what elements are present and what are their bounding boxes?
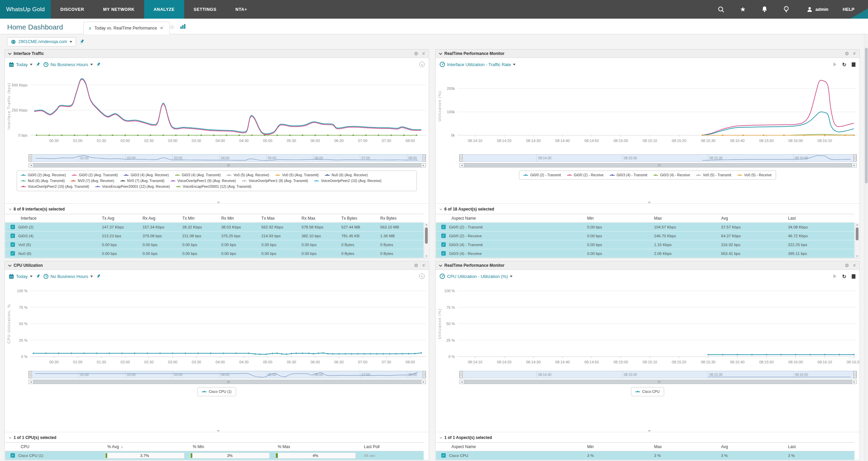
cpu-utilization-chart[interactable]: 100 %75 %50 %25 %0 %00:3001:0001:3002:00… — [5, 283, 429, 368]
section-divider[interactable] — [436, 432, 860, 432]
legend-item[interactable]: Vo0 (5) (Avg. Receive) — [227, 172, 269, 178]
table-row[interactable]: ✓Gi0/0 (2) - Transmit0.00 bps104.57 Kbps… — [436, 223, 854, 232]
column-header[interactable]: Last Poll — [359, 444, 424, 449]
scrollbar-grip[interactable] — [658, 164, 660, 166]
legend-item[interactable]: VoiceEncapPeer20001 (12) (Avg. Receive) — [95, 184, 170, 189]
panel-settings-gear-icon[interactable]: ⚙ — [414, 51, 418, 56]
search-icon[interactable] — [710, 0, 732, 19]
favorites-star-icon[interactable]: ★ — [732, 0, 754, 19]
chart-range-navigator[interactable]: 01:0002:0003:0004:0005:0006:0007:0008:00 — [28, 371, 426, 380]
nav-item-settings[interactable]: SETTINGS — [184, 0, 226, 19]
selection-summary[interactable]: 6 of 18 Aspect(s) selected — [436, 204, 860, 214]
chart-horizontal-scrollbar[interactable]: ◂ ▸ — [459, 163, 857, 167]
column-header[interactable]: Max — [649, 444, 716, 449]
column-header[interactable]: Interface — [5, 216, 97, 221]
table-row[interactable]: ✓Vo0 (5)0.00 bps0.00 bps0.00 bps0.00 bps… — [5, 240, 424, 249]
legend-item[interactable]: Cisco CPU — [635, 389, 659, 395]
refresh-icon[interactable]: ↻ — [842, 274, 846, 279]
scroll-right-icon[interactable]: ▸ — [852, 163, 856, 167]
stop-icon[interactable] — [852, 274, 855, 279]
monitor-source-select[interactable]: CPU Utilization - Utilization (%) — [440, 274, 513, 279]
column-header[interactable]: % Max — [273, 444, 359, 449]
column-header[interactable]: CPU — [5, 444, 103, 449]
table-row[interactable]: ✓Gi0/3 (4)213.23 bps379.08 bps211.08 bps… — [5, 232, 424, 240]
ideas-lightbulb-icon[interactable] — [775, 0, 797, 19]
row-checkbox[interactable]: ✓ — [441, 453, 446, 458]
row-checkbox[interactable]: ✓ — [11, 242, 15, 247]
tab-expand-icon[interactable]: › — [89, 25, 91, 31]
collapse-selection-icon[interactable] — [440, 207, 442, 210]
stop-icon[interactable] — [852, 62, 855, 67]
legend-item[interactable]: VoiceEncapPeer20001 (12) (Avg. Transmit) — [176, 184, 251, 189]
panel-menu-icon[interactable]: ≡ʾ — [853, 51, 856, 56]
legend-item[interactable]: Vo0 (5) (Avg. Transmit) — [275, 172, 319, 178]
interface-traffic-chart[interactable]: 500 Kbps250 Kbps0 bps00:3001:0001:3002:0… — [5, 71, 429, 152]
panel-settings-gear-icon[interactable]: ⚙ — [414, 263, 418, 268]
panel-settings-gear-icon[interactable]: ⚙ — [845, 263, 849, 268]
page-scrollbar[interactable] — [864, 34, 868, 461]
selection-summary[interactable]: 1 of 1 CPU(s) selected — [5, 432, 429, 442]
pin-date-button[interactable] — [36, 62, 40, 67]
legend-item[interactable]: Vo0 (5) - Receive — [737, 172, 772, 178]
realtime-traffic-chart[interactable]: 200k100k0k08:14:1008:14:2008:14:3008:14:… — [436, 71, 860, 152]
favorite-dashboard-icon[interactable]: ☆ — [170, 23, 175, 31]
row-checkbox[interactable]: ✓ — [441, 234, 446, 238]
chart-range-navigator[interactable]: 01:0002:0003:0004:0005:0006:0007:0008:00 — [28, 154, 426, 163]
chart-range-navigator[interactable]: 08:14:3008:15:0008:15:3008:16:00 — [459, 154, 857, 163]
legend-item[interactable]: Cisco CPU (1) — [202, 389, 231, 395]
column-header[interactable]: Tx Avg — [97, 216, 138, 221]
pin-hours-button[interactable] — [96, 62, 101, 67]
user-menu[interactable]: admin — [797, 6, 838, 13]
scrollbar-grip[interactable] — [658, 381, 660, 383]
scrollbar-grip[interactable] — [227, 164, 230, 166]
legend-item[interactable]: VoiceOverIpPeer2 (10) (Avg. Receive) — [314, 178, 381, 184]
nav-item-discover[interactable]: DISCOVER — [51, 0, 94, 19]
nav-item-nta-[interactable]: NTA+ — [226, 0, 256, 19]
scroll-up-icon[interactable]: ▲ — [855, 223, 859, 226]
collapse-panel-icon[interactable] — [8, 263, 12, 267]
column-header[interactable]: % Min — [188, 444, 273, 449]
table-scrollbar[interactable]: ▲▼ — [855, 223, 859, 258]
scroll-right-icon[interactable]: ▸ — [421, 163, 426, 167]
nav-item-my-network[interactable]: MY NETWORK — [94, 0, 144, 19]
app-logo[interactable]: WhatsUp Gold — [0, 0, 51, 19]
date-range-select[interactable]: Today — [9, 274, 33, 279]
play-icon[interactable] — [833, 274, 836, 278]
chart-live-toggle-icon[interactable]: ∿ — [419, 274, 425, 279]
legend-item[interactable]: Gi0/3 (4) (Avg. Receive) — [124, 172, 169, 178]
column-header[interactable]: Max — [649, 216, 716, 221]
monitor-source-select[interactable]: Interface Utilization - Traffic Rate — [440, 62, 516, 67]
device-select[interactable]: 2901CME.nmdevsqa.com — [7, 37, 76, 46]
tab-menu-icon[interactable]: ≡ʾ — [160, 25, 164, 31]
panel-settings-gear-icon[interactable]: ⚙ — [845, 51, 849, 56]
table-row[interactable]: ✓Cisco CPU (1)3.7%3%4%44 sec — [5, 451, 424, 460]
panel-menu-icon[interactable]: ≡ʾ — [853, 263, 856, 268]
business-hours-select[interactable]: No Business Hours — [43, 274, 93, 279]
section-divider[interactable] — [5, 432, 429, 432]
play-icon[interactable] — [833, 62, 836, 66]
collapse-panel-icon[interactable] — [439, 52, 442, 55]
scrollbar-grip[interactable] — [227, 381, 230, 383]
scroll-right-icon[interactable]: ▸ — [852, 380, 856, 384]
legend-item[interactable]: Gi0/0 (2) (Avg. Receive) — [21, 172, 66, 178]
selection-summary[interactable]: 8 of 9 interface(s) selected — [5, 204, 429, 214]
column-header[interactable]: Tx Bytes — [336, 216, 375, 221]
column-header[interactable]: Tx Max — [257, 216, 297, 221]
legend-item[interactable]: Vo0 (5) - Transmit — [696, 172, 731, 178]
legend-item[interactable]: VoiceOverIpPeer1 (9) (Avg. Transmit) — [242, 178, 308, 184]
scroll-down-icon[interactable]: ▼ — [424, 254, 428, 258]
table-scrollbar-thumb[interactable] — [425, 227, 428, 244]
column-header[interactable]: Aspect Name — [436, 444, 582, 449]
date-range-select[interactable]: Today — [9, 62, 33, 67]
column-header[interactable]: Min — [582, 216, 649, 221]
chart-horizontal-scrollbar[interactable]: ◂ ▸ — [28, 163, 426, 167]
row-checkbox[interactable]: ✓ — [11, 234, 15, 238]
table-row[interactable]: ✓Nu0 (6)0.00 bps0.00 bps0.00 bps0.00 bps… — [5, 249, 424, 258]
collapse-panel-icon[interactable] — [439, 263, 442, 267]
panel-menu-icon[interactable]: ≡ʾ — [422, 263, 425, 268]
row-checkbox[interactable]: ✓ — [11, 225, 15, 229]
legend-item[interactable]: Gi0/0 (2) - Receive — [567, 172, 604, 178]
collapse-selection-icon[interactable] — [9, 207, 11, 210]
legend-item[interactable]: Gi0/0 (2) (Avg. Transmit) — [72, 172, 118, 178]
sort-descending-icon[interactable]: ↓ — [121, 444, 123, 449]
